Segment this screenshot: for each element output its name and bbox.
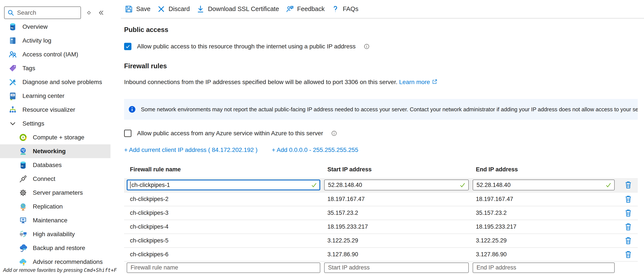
discard-button[interactable]: Discard: [154, 0, 193, 18]
info-solid-icon: [128, 105, 136, 113]
add-ip-links-row: + Add current client IP address ( 84.172…: [124, 146, 638, 153]
firewall-rule-name: ch-clickpipes-6: [127, 251, 320, 258]
search-input[interactable]: [16, 9, 78, 17]
end-ip-input[interactable]: [473, 180, 615, 190]
sidebar-item-tags[interactable]: Tags: [0, 61, 110, 75]
firewall-rule-row: ch-clickpipes-418.195.233.21718.195.233.…: [124, 219, 638, 233]
replication-icon: [18, 202, 28, 211]
sidebar-item-label: Access control (IAM): [22, 51, 78, 58]
sidebar-item-connect[interactable]: Connect: [0, 172, 110, 186]
firewall-rule-start-ip: 18.197.167.47: [324, 196, 469, 202]
sidebar-item-label: Compute + storage: [33, 134, 84, 141]
sidebar-item-activity-log[interactable]: Activity log: [0, 34, 110, 48]
network-info-banner: Some network environments may not report…: [124, 99, 638, 120]
trash-icon: [624, 236, 632, 245]
add-all-ips-link[interactable]: + Add 0.0.0.0 - 255.255.255.255: [272, 146, 358, 153]
toolbar-button-label: FAQs: [343, 6, 358, 13]
rule-name-input[interactable]: [127, 180, 320, 190]
sidebar-searchbox[interactable]: [4, 7, 81, 19]
access-control-icon: [8, 50, 17, 59]
svg-text:My: My: [10, 27, 14, 29]
azure-services-checkbox[interactable]: [124, 130, 132, 137]
sidebar-item-overview[interactable]: MyOverview: [0, 20, 110, 34]
discard-icon: [157, 5, 166, 14]
svg-text:DB: DB: [21, 165, 23, 167]
sidebar-item-networking[interactable]: Networking: [0, 144, 110, 158]
new-rule-name-input[interactable]: [127, 262, 320, 273]
sidebar-item-databases[interactable]: DBDatabases: [0, 158, 110, 172]
learn-more-link[interactable]: Learn more: [399, 79, 430, 85]
firewall-rule-start-ip: 35.157.23.2: [324, 210, 469, 216]
sidebar-item-access-control-iam[interactable]: Access control (IAM): [0, 48, 110, 61]
new-end-ip-input[interactable]: [473, 262, 615, 273]
delete-rule-button[interactable]: [624, 208, 633, 218]
sidebar-item-maintenance[interactable]: Maintenance: [0, 213, 110, 227]
sidebar-item-backup-and-restore[interactable]: Backup and restore: [0, 241, 110, 255]
mysql-server-icon: My: [8, 22, 17, 31]
sidebar-item-label: Advisor recommendations: [33, 258, 103, 265]
tags-icon: [8, 64, 17, 73]
favorites-hint-shortcut: Cmd+Shift+F: [84, 267, 117, 273]
network-info-banner-text: Some network environments may not report…: [141, 106, 638, 113]
public-access-checkbox[interactable]: [124, 43, 132, 50]
firewall-rule-end-ip: 3.122.25.29: [473, 237, 615, 244]
end-ip-input-wrap: [473, 180, 615, 190]
sidebar-item-diagnose-and-solve-problems[interactable]: Diagnose and solve problems: [0, 75, 110, 89]
sidebar-item-label: Server parameters: [33, 189, 83, 196]
sidebar-item-high-availability[interactable]: High availability: [0, 227, 110, 241]
favorites-hint: Add or remove favorites by pressing Cmd+…: [3, 267, 117, 273]
save-icon: [124, 5, 133, 14]
rule-name-input-wrap: [127, 180, 320, 190]
collapse-menu-button[interactable]: [96, 8, 106, 18]
valid-check-icon: [459, 182, 466, 188]
firewall-rule-end-ip: 18.197.167.47: [473, 196, 615, 202]
faqs-button[interactable]: FAQs: [328, 0, 362, 18]
delete-rule-button[interactable]: [624, 236, 633, 245]
resource-visualizer-icon: [8, 105, 17, 114]
info-icon[interactable]: [364, 43, 370, 50]
start-ip-input[interactable]: [324, 180, 469, 190]
sidebar-item-label: Learning center: [22, 93, 64, 99]
toolbar-button-label: Discard: [168, 6, 190, 13]
download-icon: [196, 5, 205, 14]
firewall-rules-title: Firewall rules: [124, 62, 638, 70]
delete-rule-button[interactable]: [624, 222, 633, 232]
new-rule-name-input-wrap: [127, 262, 320, 273]
svg-text:$: $: [22, 136, 24, 139]
sidebar-item-advisor-recommendations[interactable]: Advisor recommendations: [0, 255, 110, 269]
sidebar-item-learning-center[interactable]: 101Learning center: [0, 89, 110, 103]
server-parameters-icon: [18, 188, 28, 197]
download-ssl-certificate-button[interactable]: Download SSL Certificate: [193, 0, 282, 18]
save-button[interactable]: Save: [121, 0, 154, 18]
trash-icon: [624, 250, 632, 259]
firewall-rule-start-ip: 3.122.25.29: [324, 237, 469, 244]
firewall-rule-name: ch-clickpipes-4: [127, 223, 320, 230]
resource-menu-sidebar: MyOverviewActivity logAccess control (IA…: [0, 0, 121, 274]
firewall-rules-description: Inbound connections from the IP addresse…: [124, 79, 638, 86]
azure-networking-blade: MyOverviewActivity logAccess control (IA…: [0, 0, 644, 274]
connect-icon: [18, 174, 28, 183]
sidebar-item-label: Tags: [22, 65, 35, 72]
delete-rule-button[interactable]: [624, 250, 633, 259]
add-client-ip-link[interactable]: + Add current client IP address ( 84.172…: [124, 146, 258, 153]
menu-view-toggle-button[interactable]: [84, 8, 94, 18]
favorites-hint-text: Add or remove favorites by pressing: [3, 267, 84, 273]
sidebar-item-replication[interactable]: Replication: [0, 200, 110, 213]
firewall-rule-name: ch-clickpipes-2: [127, 196, 320, 202]
public-access-title: Public access: [124, 26, 638, 34]
sidebar-item-compute-storage[interactable]: $Compute + storage: [0, 131, 110, 144]
firewall-rules-header-row: Firewall rule name Start IP address End …: [124, 165, 638, 174]
databases-icon: DB: [18, 161, 28, 170]
firewall-rule-end-ip: 3.127.86.90: [473, 251, 615, 258]
high-availability-icon: [18, 230, 28, 239]
delete-rule-button[interactable]: [624, 194, 633, 204]
new-start-ip-input[interactable]: [324, 262, 469, 273]
feedback-button[interactable]: Feedback: [282, 0, 328, 18]
delete-rule-button[interactable]: [624, 180, 633, 190]
sidebar-item-resource-visualizer[interactable]: Resource visualizer: [0, 103, 110, 117]
trash-icon: [624, 195, 632, 203]
firewall-rules-table: Firewall rule name Start IP address End …: [124, 165, 638, 273]
info-icon[interactable]: [331, 130, 337, 137]
sidebar-item-settings[interactable]: Settings: [0, 117, 110, 131]
sidebar-item-server-parameters[interactable]: Server parameters: [0, 186, 110, 200]
